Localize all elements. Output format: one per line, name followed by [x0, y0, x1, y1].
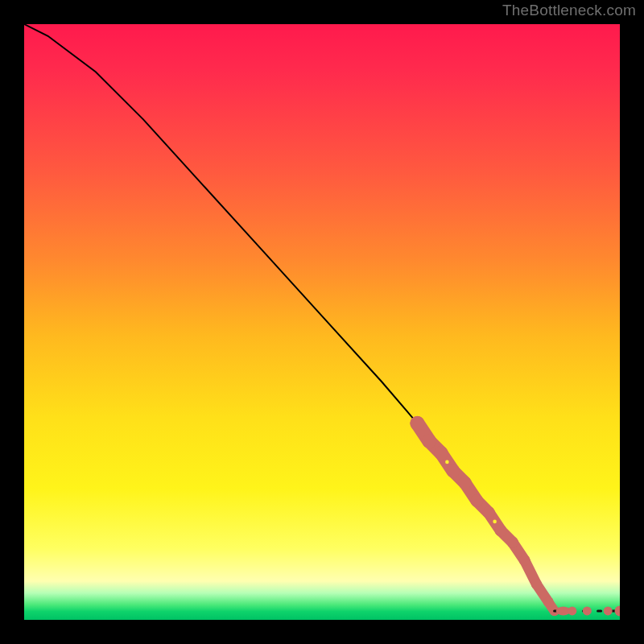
tail-dot [615, 605, 621, 616]
highlight-gap [493, 520, 497, 524]
highlight-dot [435, 446, 448, 460]
highlight-dot [531, 579, 542, 589]
highlight-gap [445, 460, 449, 464]
highlight-dot [495, 525, 507, 537]
chart-svg [24, 24, 620, 620]
chart-plot-area [24, 24, 620, 620]
highlight-dot [410, 416, 424, 431]
highlight-dot [471, 494, 483, 506]
tail-dots [556, 605, 620, 616]
highlight-dot [447, 464, 460, 478]
attribution-text: TheBottleneck.com [502, 2, 636, 19]
tail-dot [604, 606, 613, 615]
tail-dot [568, 606, 576, 615]
tail-dot [583, 606, 592, 615]
highlighted-points [410, 416, 559, 616]
highlight-dot [507, 537, 518, 548]
highlight-dot [543, 597, 554, 608]
highlight-dot [422, 434, 436, 448]
highlight-dot [519, 555, 530, 566]
curve-line [24, 24, 555, 611]
highlight-dot [483, 506, 495, 518]
highlight-dot [459, 477, 472, 489]
